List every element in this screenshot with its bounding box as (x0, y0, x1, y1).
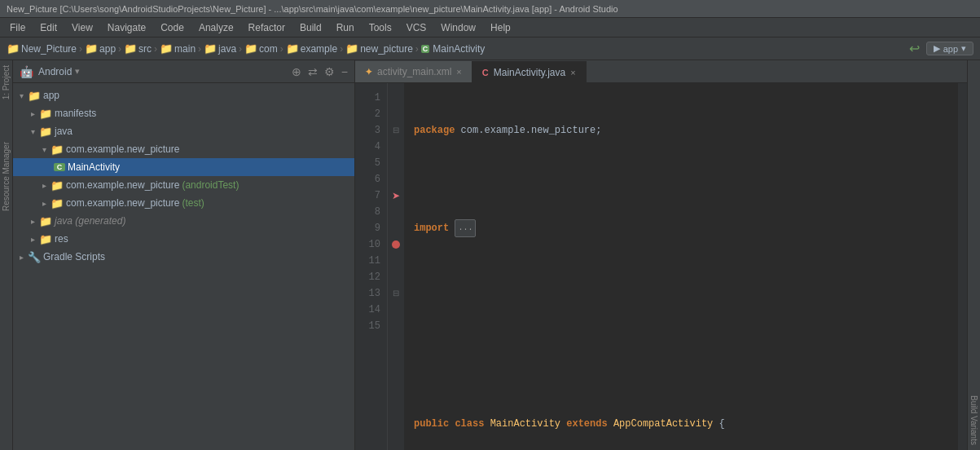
gutter-11 (388, 253, 404, 269)
breadcrumb-right: ↩ ▶ app ▾ (909, 41, 973, 56)
menu-run[interactable]: Run (330, 20, 361, 35)
breadcrumb-bar: 📁 New_Picture › 📁 app › 📁 src › 📁 main ›… (0, 38, 980, 60)
gutter-10[interactable] (388, 236, 404, 253)
tree-item-java[interactable]: ▾ 📁 java (13, 122, 354, 140)
tree-label-manifests: manifests (55, 108, 96, 119)
breadcrumb-java-label: java (218, 43, 236, 55)
code-editor: 1 2 3 4 5 6 7 8 9 10 11 12 13 14 15 ⊟ (355, 83, 967, 450)
chevron-manifests: ▸ (31, 109, 35, 118)
run-config-chevron: ▾ (961, 43, 966, 54)
java-gen-icon: 📁 (39, 215, 52, 227)
code-line-1: package com.example.new_picture; (414, 122, 957, 139)
menu-build[interactable]: Build (293, 20, 328, 35)
breadcrumb-newpicture[interactable]: 📁 new_picture (345, 42, 413, 55)
code-line-7: public class MainActivity extends AppCom… (414, 416, 957, 432)
title-text: New_Picture [C:\Users\song\AndroidStudio… (7, 4, 618, 14)
gutter-12 (388, 269, 404, 285)
fold-icon-3[interactable]: ⊟ (393, 122, 399, 139)
tab-activity-main-xml[interactable]: ✦ activity_main.xml × (355, 61, 472, 82)
menu-code[interactable]: Code (154, 20, 191, 35)
breadcrumb-src[interactable]: 📁 src (124, 42, 152, 55)
tree-label-test: com.example.new_picture (66, 197, 179, 209)
xml-tab-icon: ✦ (365, 67, 372, 77)
code-content[interactable]: package com.example.new_picture; import … (404, 83, 957, 450)
gutter-4 (388, 139, 404, 155)
gutter-5 (388, 155, 404, 171)
tree-item-java-generated[interactable]: ▸ 📁 java (generated) (13, 212, 354, 230)
run-config-selector[interactable]: ▶ app ▾ (926, 42, 973, 55)
gutter-2 (388, 106, 404, 122)
breadcrumb-mainactivity[interactable]: C MainActivity (421, 43, 486, 55)
code-line-5 (414, 318, 957, 334)
src-folder-icon: 📁 (124, 42, 137, 55)
tree-item-test[interactable]: ▸ 📁 com.example.new_picture (test) (13, 194, 354, 212)
chevron-test: ▸ (42, 199, 46, 208)
menu-view[interactable]: View (65, 20, 99, 35)
tab-label-mainactivity-java: MainActivity.java (494, 67, 565, 78)
tab-close-xml[interactable]: × (456, 67, 461, 77)
import-fold[interactable]: ... (455, 219, 476, 237)
fold-icon-13[interactable]: ⊟ (393, 285, 399, 302)
project-strip-label[interactable]: 1: Project (0, 60, 12, 104)
tree-item-app[interactable]: ▾ 📁 app (13, 86, 354, 104)
menu-analyze[interactable]: Analyze (192, 20, 240, 35)
panel-dropdown-arrow[interactable]: ▾ (75, 66, 80, 77)
editor-area: ✦ activity_main.xml × C MainActivity.jav… (355, 60, 967, 450)
navigate-back-icon[interactable]: ↩ (909, 41, 920, 56)
menu-navigate[interactable]: Navigate (101, 20, 152, 35)
code-line-6 (414, 367, 957, 383)
tree-item-manifests[interactable]: ▸ 📁 manifests (13, 104, 354, 122)
breadcrumb-example[interactable]: 📁 example (286, 42, 337, 55)
panel-action-minimize[interactable]: − (341, 65, 348, 78)
tab-bar: ✦ activity_main.xml × C MainActivity.jav… (355, 60, 967, 83)
chevron-gradle: ▸ (20, 253, 24, 262)
menu-vcs[interactable]: VCS (400, 20, 433, 35)
code-line-4 (414, 269, 957, 285)
example-folder-icon: 📁 (286, 42, 299, 55)
tab-mainactivity-java[interactable]: C MainActivity.java × (472, 61, 587, 82)
androidtest-folder-icon: 📁 (51, 179, 64, 192)
tree-item-package[interactable]: ▾ 📁 com.example.new_picture (13, 140, 354, 158)
breadcrumb-main[interactable]: 📁 main (160, 42, 196, 55)
code-line-2 (414, 171, 957, 188)
menu-edit[interactable]: Edit (33, 20, 64, 35)
line-numbers: 1 2 3 4 5 6 7 8 9 10 11 12 13 14 15 (355, 83, 388, 450)
mainactivity-class-icon: C (421, 45, 430, 53)
build-variants-strip-label[interactable]: Build Variants (968, 390, 980, 450)
panel-action-locate[interactable]: ⊕ (292, 65, 301, 78)
right-scroll-strip[interactable] (957, 83, 967, 450)
tree-item-mainactivity[interactable]: C MainActivity (13, 158, 354, 176)
code-line-3: import ... (414, 220, 957, 236)
gutter-15 (388, 318, 404, 334)
breadcrumb-app[interactable]: 📁 app (85, 42, 116, 55)
tree-item-gradle[interactable]: ▸ 🔧 Gradle Scripts (13, 248, 354, 266)
debug-dot-10[interactable] (392, 240, 400, 249)
mainactivity-icon: C (54, 163, 65, 171)
tree-item-res[interactable]: ▸ 📁 res (13, 230, 354, 248)
menu-tools[interactable]: Tools (363, 20, 398, 35)
tree-label-res: res (55, 233, 68, 245)
resource-manager-strip-label[interactable]: Resource Manager (0, 137, 12, 216)
breadcrumb-java[interactable]: 📁 java (204, 42, 236, 55)
panel-title: Android ▾ (38, 66, 80, 77)
test-suffix: (test) (182, 197, 204, 209)
menu-refactor[interactable]: Refactor (242, 20, 292, 35)
menu-window[interactable]: Window (434, 20, 482, 35)
package-folder-icon: 📁 (51, 143, 64, 156)
gutter-3[interactable]: ⊟ (388, 122, 404, 139)
breadcrumb-app-label: app (99, 43, 116, 55)
breadcrumb-mainactivity-label: MainActivity (433, 43, 485, 55)
breadcrumb-project[interactable]: 📁 New_Picture (7, 42, 77, 55)
chevron-java-gen: ▸ (31, 217, 35, 226)
breadcrumb-com[interactable]: 📁 com (244, 42, 278, 55)
tab-close-java[interactable]: × (570, 68, 575, 77)
panel-action-sync[interactable]: ⇄ (308, 65, 318, 78)
menu-file[interactable]: File (3, 20, 32, 35)
com-folder-icon: 📁 (244, 42, 257, 55)
menu-help[interactable]: Help (484, 20, 517, 35)
tree-item-androidtest[interactable]: ▸ 📁 com.example.new_picture (androidTest… (13, 176, 354, 194)
panel-action-settings[interactable]: ⚙ (324, 65, 335, 78)
gutter-13[interactable]: ⊟ (388, 285, 404, 302)
main-folder-icon: 📁 (160, 42, 173, 55)
gutter-7[interactable]: ➤ (388, 188, 404, 204)
